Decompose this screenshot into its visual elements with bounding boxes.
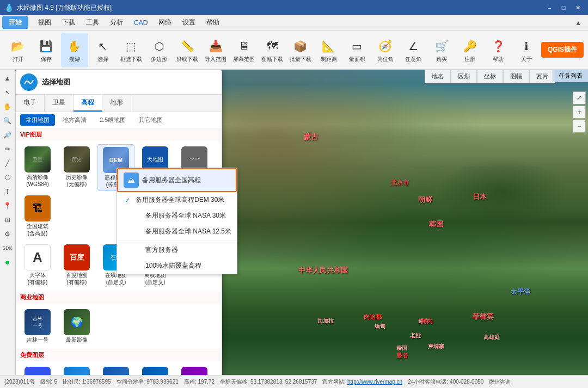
map-label-bangkok: 曼谷 [396, 352, 408, 360]
map-tab-placename[interactable]: 地名 [425, 70, 451, 83]
menu-item-cad[interactable]: CAD [128, 17, 153, 29]
start-menu[interactable]: 开始 [2, 16, 28, 29]
coord-label: 坐标无偏移: [220, 378, 249, 386]
menu-item-view[interactable]: 视图 [33, 16, 57, 29]
map-icon-tencent[interactable]: 腾 腾讯地图 [97, 365, 134, 375]
any-angle-button[interactable]: ∠ 任意角 [400, 33, 427, 67]
dropdown-item-full100[interactable]: 100%水陆覆盖高程 [117, 258, 237, 274]
map-tab-district[interactable]: 区划 [451, 70, 477, 83]
coord-value: 53.17382813, 52.26815737 [250, 379, 317, 385]
sidebar-layers[interactable]: ⊞ [1, 213, 14, 226]
sub-tab-other[interactable]: 其它地图 [133, 114, 168, 126]
line-dl-button[interactable]: 📏 沿线下载 [174, 33, 201, 67]
status-edition: (2023)011号 [4, 378, 35, 386]
buy-button[interactable]: 🛒 购买 [428, 33, 455, 67]
polygon-button[interactable]: ⬡ 多边形 [145, 33, 173, 67]
sidebar-cursor[interactable]: ↖ [1, 86, 14, 99]
sidebar-arrow-up[interactable]: ▲ [1, 72, 14, 85]
batch-dl-button[interactable]: 📦 批量下载 [287, 33, 314, 67]
map-dl-icon: 🗺 [264, 38, 281, 55]
dropdown-item-dem30[interactable]: ✓ 备用服务器全球高程DEM 30米 [117, 192, 237, 208]
buy-label: 购买 [436, 56, 447, 63]
map-zoom-out-button[interactable]: − [573, 120, 586, 133]
sidebar-green-dot: ● [1, 256, 14, 269]
map-icon-must[interactable]: M 必应地图 [137, 365, 174, 375]
map-icon-hd-img[interactable]: 卫星 高清影像(WGS84) [19, 144, 56, 191]
map-icon-font[interactable]: A 大字体(有偏移) [19, 242, 56, 288]
status-bar: (2023)011号 级别: 5 比例尺: 1:36978595 空间分辨率: … [0, 375, 588, 388]
map-icon-baidu[interactable]: 百度 百度地图(有偏移) [58, 242, 95, 288]
about-button[interactable]: ℹ 关于 [513, 33, 540, 67]
panel-tab-satellite[interactable]: 卫星 [45, 95, 74, 112]
map-expand-button[interactable]: ⤢ [573, 91, 586, 104]
sub-tab-2_5d[interactable]: 2.5维地图 [94, 114, 131, 126]
collapse-button[interactable]: ▲ [571, 17, 586, 29]
map-icon-buildings[interactable]: 🏗 全国建筑(含高度) [19, 193, 56, 239]
map-zoom-in-button[interactable]: + [573, 106, 586, 119]
map-icon-gaode[interactable]: 高 高德地图 [58, 365, 95, 375]
panel-title: 选择地图 [42, 77, 70, 87]
map-area[interactable]: 蒙古 朝鲜 韩国 日本 北京市 中华人民共和国 太平洋 菲律宾 越南 老挝 泰国… [15, 70, 588, 375]
map-label-japan: 日本 [473, 192, 487, 202]
left-sidebar: ▲ ↖ ✋ 🔍 🔎 ✏ ╱ ⬡ T 📍 ⊞ ⚙ SDK ● [0, 70, 15, 375]
help-button[interactable]: ❓ 帮助 [485, 33, 512, 67]
dropdown-item-nasa125[interactable]: 备用服务器全球 NASA 12.5米 [117, 224, 237, 239]
panel-tab-electronic[interactable]: 电子 [16, 95, 45, 112]
sidebar-polygon2[interactable]: ⬡ [1, 171, 14, 184]
panel-tab-elevation[interactable]: 高程 [74, 95, 102, 112]
sidebar-line[interactable]: ╱ [1, 157, 14, 170]
menu-item-tools[interactable]: 工具 [81, 16, 105, 29]
sidebar-zoom-in[interactable]: 🔍 [1, 114, 14, 127]
map-tab-frame[interactable]: 图幅 [503, 70, 529, 83]
open-button[interactable]: 📂 打开 [4, 33, 32, 67]
map-icon-jilin1[interactable]: 吉林一号 吉林一号 [19, 307, 56, 346]
sidebar-pin[interactable]: 📍 [1, 199, 14, 212]
screen-range-button[interactable]: 🖥 屏幕范围 [230, 33, 258, 67]
status-wechat[interactable]: 微信咨询 [489, 378, 511, 386]
dropdown-item-nasa30[interactable]: 备用服务器全球 NASA 30米 [117, 208, 237, 224]
frame-dl-button[interactable]: ⬚ 框选下载 [118, 33, 145, 67]
browse-button[interactable]: ✋ 漫游 [61, 33, 88, 67]
sidebar-settings2[interactable]: ⚙ [1, 227, 14, 241]
maximize-button[interactable]: □ [558, 3, 569, 13]
baidu-icon: 百度 [64, 244, 90, 270]
map-dl-button[interactable]: 🗺 图幅下载 [259, 33, 286, 67]
measure-button[interactable]: 📐 测距离 [315, 33, 342, 67]
dropdown-label-dem30: 备用服务器全球高程DEM 30米 [136, 195, 224, 205]
menu-item-network[interactable]: 网络 [153, 16, 177, 29]
import-range-button[interactable]: 📥 导入范围 [202, 33, 229, 67]
polygon-label: 多边形 [151, 56, 167, 63]
menu-item-settings[interactable]: 设置 [177, 16, 201, 29]
qgis-plugin-button[interactable]: QGIS插件 [541, 42, 584, 58]
jilin1-icon: 吉林一号 [24, 309, 51, 335]
sidebar-sdk[interactable]: SDK [1, 242, 14, 255]
sub-tab-common[interactable]: 常用地图 [20, 114, 55, 126]
map-icon-yahoo[interactable]: YAHOO! 雅虎地图 [176, 365, 213, 375]
menu-item-download[interactable]: 下载 [57, 16, 81, 29]
area-button[interactable]: ▭ 量面积 [344, 33, 371, 67]
sidebar-draw[interactable]: ✏ [1, 143, 14, 156]
map-icon-history[interactable]: 历史 历史影像(无偏移) [58, 144, 95, 191]
menu-item-help[interactable]: 帮助 [201, 16, 225, 29]
task-list-button[interactable]: 任务列表 [553, 70, 588, 82]
website-link[interactable]: http://www.rivermap.cn [347, 379, 402, 385]
close-button[interactable]: ✕ [572, 3, 584, 13]
menu-item-analysis[interactable]: 分析 [105, 16, 128, 29]
bearing-button[interactable]: 🧭 为位角 [372, 33, 399, 67]
minimize-button[interactable]: – [543, 3, 555, 13]
select-button[interactable]: ↖ 选择 [89, 33, 117, 67]
panel-tab-terrain[interactable]: 地形 [102, 95, 131, 112]
map-icon-baidu2[interactable]: 百 百度地图 [19, 365, 56, 375]
map-tab-coord[interactable]: 坐标 [477, 70, 503, 83]
sub-tab-local-hd[interactable]: 地方高清 [57, 114, 92, 126]
dropdown-item-official[interactable]: 官方服务器 [117, 242, 237, 258]
register-button[interactable]: 🔑 注册 [456, 33, 483, 67]
status-website: 官方网站: http://www.rivermap.cn [322, 378, 402, 386]
help-label: 帮助 [493, 56, 504, 63]
sidebar-text[interactable]: T [1, 185, 14, 198]
map-tab-tile[interactable]: 瓦片 [529, 70, 555, 83]
sidebar-move[interactable]: ✋ [1, 100, 14, 113]
sidebar-zoom-out[interactable]: 🔎 [1, 128, 14, 141]
map-icon-newest[interactable]: 🌍 最新影像 [58, 307, 95, 346]
save-button[interactable]: 💾 保存 [33, 33, 60, 67]
